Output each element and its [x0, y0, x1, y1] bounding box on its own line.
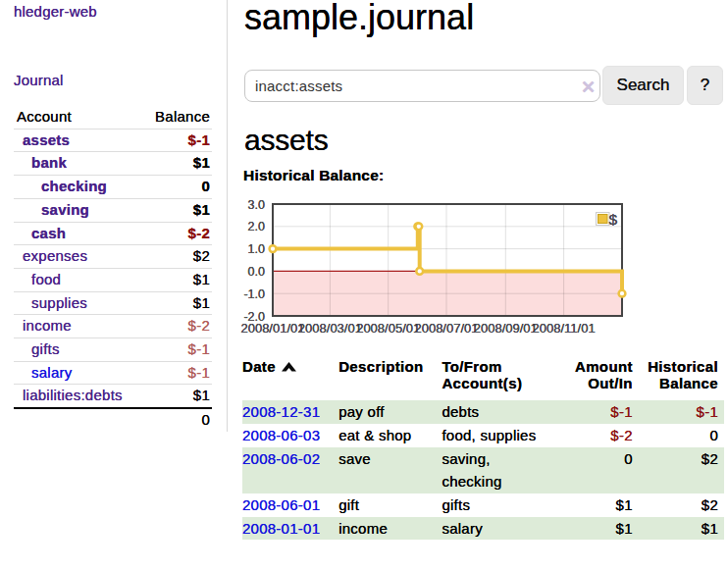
svg-text:-1.0: -1.0 [243, 287, 265, 301]
svg-text:3.0: 3.0 [248, 198, 265, 212]
svg-text:2008/07/01: 2008/07/01 [414, 321, 478, 336]
svg-text:2008/01/01: 2008/01/01 [240, 321, 304, 336]
svg-text:2008/11/01: 2008/11/01 [533, 321, 596, 336]
svg-text:1.0: 1.0 [248, 242, 265, 256]
svg-text:2008/09/01: 2008/09/01 [474, 321, 538, 336]
svg-text:0.0: 0.0 [248, 265, 265, 279]
svg-text:2008/03/01: 2008/03/01 [298, 321, 362, 336]
svg-text:2.0: 2.0 [248, 220, 265, 234]
svg-text:2008/05/01: 2008/05/01 [356, 321, 420, 336]
svg-text:$: $ [609, 211, 618, 228]
